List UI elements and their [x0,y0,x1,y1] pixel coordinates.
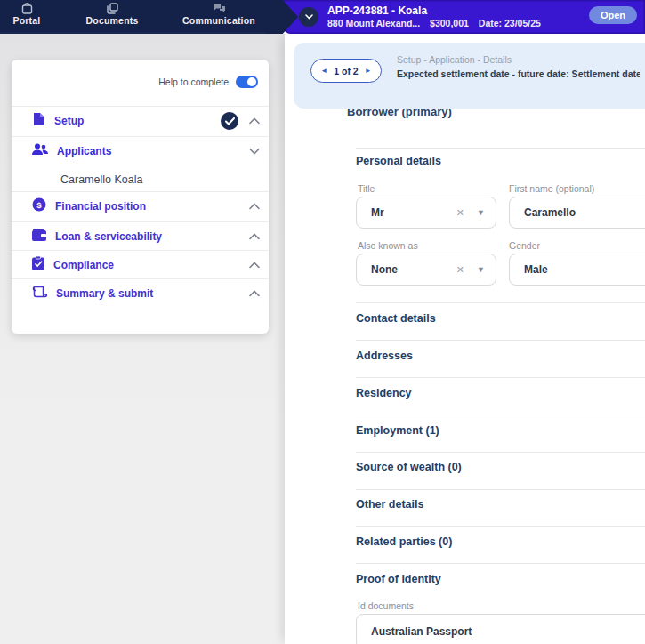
nav-tab-portal[interactable]: Portal [7,3,46,26]
application-address: 880 Mount Alexand... [327,18,420,29]
wallet-icon [32,229,46,245]
gender-value: Male [524,263,548,276]
also-known-as-select[interactable]: None ✕ ▼ [356,254,496,286]
divider [12,278,269,279]
application-amount: $300,001 [430,18,469,29]
divider [356,148,645,149]
nav-tab-label: Portal [13,15,41,26]
sidebar-item-setup[interactable]: Setup [12,109,269,133]
chevron-up-icon[interactable] [249,233,260,240]
first-name-label: First name (optional) [509,183,594,194]
nav-tab-documents[interactable]: Documents [85,3,139,26]
section-employment[interactable]: Employment (1) [356,424,645,437]
divider [356,415,645,415]
sidebar-item-label: Financial position [55,200,146,213]
sidebar-item-loan-serviceability[interactable]: Loan & serviceability [12,224,269,249]
collapse-application-button[interactable] [299,7,318,27]
svg-text:$: $ [36,200,42,210]
dollar-circle-icon: $ [32,197,46,215]
section-related-parties[interactable]: Related parties (0) [356,535,645,548]
sidebar-item-applicants[interactable]: Applicants [12,139,269,164]
chevron-down-icon[interactable]: ▼ [477,208,485,217]
sidebar-item-summary-submit[interactable]: Summary & submit [12,281,269,306]
application-nav-panel: Help to complete Setup Applicants [12,60,269,334]
nav-tab-label: Documents [86,15,139,26]
section-source-of-wealth[interactable]: Source of wealth (0) [356,461,645,473]
scroll-icon [32,286,47,302]
gender-input[interactable]: Male [509,254,645,286]
document-icon [32,112,45,130]
pager-prev-icon[interactable]: ◄ [320,68,327,75]
divider [12,191,269,192]
open-status-badge[interactable]: Open [589,6,637,24]
application-summary: APP-243881 - Koala 880 Mount Alexand... … [327,4,541,29]
completed-check-icon [221,112,238,130]
divider [12,136,269,137]
title-select[interactable]: Mr ✕ ▼ [356,197,496,229]
divider [356,377,645,378]
pager-count: 1 of 2 [334,66,358,76]
validation-pager[interactable]: ◄ 1 of 2 ► [310,59,382,83]
validation-banner: ◄ 1 of 2 ► Setup - Application - Details… [294,43,645,109]
title-label: Title [358,183,375,194]
divider [356,563,645,564]
section-personal-details[interactable]: Personal details [356,155,645,167]
divider [12,250,269,251]
help-to-complete-label: Help to complete [158,76,229,87]
sidebar-item-label: Setup [54,115,84,127]
documents-icon [107,3,118,14]
help-to-complete-row: Help to complete [158,76,258,88]
divider [356,340,645,341]
chevron-up-icon[interactable] [249,117,260,125]
sidebar-subitem-applicant[interactable]: Caramello Koala [12,166,269,193]
chevron-up-icon[interactable] [249,290,260,297]
first-name-value: Caramello [524,206,576,219]
section-other-details[interactable]: Other details [356,498,645,511]
section-proof-of-identity[interactable]: Proof of identity [356,573,645,585]
communication-icon [213,3,226,14]
validation-message: Expected settlement date - future date: … [397,68,640,79]
main-content: Borrower (primary) ◄ 1 of 2 ► Setup - Ap… [285,34,645,644]
application-id: APP-243881 - Koala [327,4,541,18]
divider [12,106,269,107]
pager-next-icon[interactable]: ► [365,68,372,75]
chevron-down-icon[interactable]: ▼ [477,265,485,274]
application-banner: APP-243881 - Koala 880 Mount Alexand... … [283,0,645,34]
sidebar-item-compliance[interactable]: Compliance [12,253,269,278]
nav-tab-communication[interactable]: Communication [180,3,258,26]
id-documents-value: Australian Passport [371,625,472,638]
sidebar-item-label: Compliance [53,259,114,271]
sidebar-item-financial-position[interactable]: $ Financial position [12,194,269,219]
sidebar-item-label: Summary & submit [56,287,153,300]
help-to-complete-toggle[interactable] [236,76,258,88]
nav-bar: Portal Documents Communication [0,0,283,34]
section-residency[interactable]: Residency [356,387,645,399]
divider [356,452,645,453]
clear-icon[interactable]: ✕ [456,264,464,276]
divider [356,489,645,490]
section-addresses[interactable]: Addresses [356,350,645,362]
app-window: Borrower (primary) ◄ 1 of 2 ► Setup - Ap… [0,0,645,644]
sidebar-item-label: Applicants [57,145,111,157]
validation-breadcrumb: Setup - Application - Details [397,54,640,65]
clear-icon[interactable]: ✕ [456,207,464,219]
validation-text: Setup - Application - Details Expected s… [397,54,640,79]
section-contact-details[interactable]: Contact details [356,312,645,325]
toggle-knob [247,77,256,86]
nav-tab-label: Communication [182,15,255,26]
top-navigation: Portal Documents Communication APP-24388… [0,0,645,34]
chevron-down-icon [305,14,313,20]
divider [356,526,645,527]
chevron-up-icon[interactable] [249,262,260,269]
id-documents-label: Id documents [358,600,414,611]
application-date: Date: 23/05/25 [479,18,541,29]
chevron-down-icon[interactable] [249,148,260,155]
chevron-up-icon[interactable] [249,203,260,210]
first-name-input[interactable]: Caramello [509,197,645,229]
portal-icon [21,3,33,14]
id-documents-input[interactable]: Australian Passport [356,614,645,644]
also-known-as-label: Also known as [358,240,418,251]
divider [356,302,645,303]
title-value: Mr [371,206,384,219]
gender-label: Gender [509,240,540,251]
